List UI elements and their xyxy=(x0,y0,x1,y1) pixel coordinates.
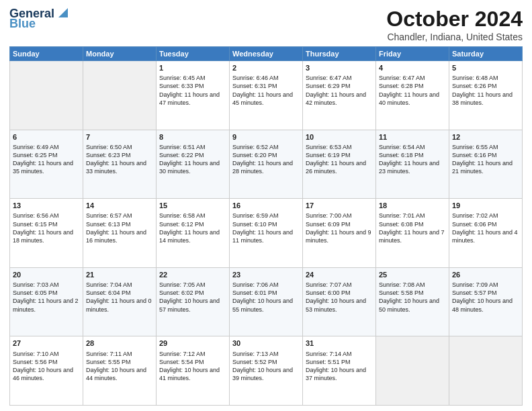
day-number: 7 xyxy=(86,132,153,142)
table-row: 31Sunrise: 7:14 AM Sunset: 5:51 PM Dayli… xyxy=(303,336,376,406)
day-number: 24 xyxy=(306,270,373,279)
day-info: Sunrise: 6:59 AM Sunset: 6:10 PM Dayligh… xyxy=(232,212,300,244)
table-row: 30Sunrise: 7:13 AM Sunset: 5:52 PM Dayli… xyxy=(230,336,303,406)
day-number: 27 xyxy=(13,338,80,348)
day-info: Sunrise: 7:05 AM Sunset: 6:02 PM Dayligh… xyxy=(159,281,226,314)
logo: General Blue xyxy=(9,7,71,31)
day-number: 5 xyxy=(452,63,519,73)
logo-blue: Blue xyxy=(9,17,36,31)
day-info: Sunrise: 7:08 AM Sunset: 5:58 PM Dayligh… xyxy=(379,281,446,314)
table-row: 29Sunrise: 7:12 AM Sunset: 5:54 PM Dayli… xyxy=(157,336,230,406)
day-info: Sunrise: 7:12 AM Sunset: 5:54 PM Dayligh… xyxy=(159,350,226,383)
day-info: Sunrise: 7:04 AM Sunset: 6:04 PM Dayligh… xyxy=(86,281,153,314)
day-number: 3 xyxy=(306,63,373,73)
table-row: 2Sunrise: 6:46 AM Sunset: 6:31 PM Daylig… xyxy=(230,61,303,130)
day-number: 26 xyxy=(452,270,519,279)
table-row: 15Sunrise: 6:58 AM Sunset: 6:12 PM Dayli… xyxy=(157,199,230,268)
table-row: 24Sunrise: 7:07 AM Sunset: 6:00 PM Dayli… xyxy=(303,267,376,336)
day-number: 22 xyxy=(159,270,226,279)
day-number: 11 xyxy=(379,132,446,142)
table-row: 11Sunrise: 6:54 AM Sunset: 6:18 PM Dayli… xyxy=(376,130,449,199)
header-monday: Monday xyxy=(83,47,157,61)
page-subtitle: Chandler, Indiana, United States xyxy=(386,32,523,42)
table-row: 9Sunrise: 6:52 AM Sunset: 6:20 PM Daylig… xyxy=(230,130,303,199)
header-saturday: Saturday xyxy=(449,47,523,61)
table-row: 3Sunrise: 6:47 AM Sunset: 6:29 PM Daylig… xyxy=(303,61,376,130)
table-row: 23Sunrise: 7:06 AM Sunset: 6:01 PM Dayli… xyxy=(230,267,303,336)
day-info: Sunrise: 7:02 AM Sunset: 6:06 PM Dayligh… xyxy=(452,212,519,244)
header-tuesday: Tuesday xyxy=(157,47,230,61)
day-info: Sunrise: 7:13 AM Sunset: 5:52 PM Dayligh… xyxy=(232,350,300,383)
day-number: 19 xyxy=(452,201,519,210)
calendar-week-2: 6Sunrise: 6:49 AM Sunset: 6:25 PM Daylig… xyxy=(10,130,523,199)
day-number: 4 xyxy=(379,63,446,73)
day-number: 17 xyxy=(306,201,373,210)
day-number: 6 xyxy=(13,132,80,142)
day-number: 23 xyxy=(232,270,300,279)
table-row: 16Sunrise: 6:59 AM Sunset: 6:10 PM Dayli… xyxy=(230,199,303,268)
day-info: Sunrise: 6:52 AM Sunset: 6:20 PM Dayligh… xyxy=(232,143,300,176)
day-number: 12 xyxy=(452,132,519,142)
table-row: 13Sunrise: 6:56 AM Sunset: 6:15 PM Dayli… xyxy=(10,199,83,268)
logo-icon xyxy=(56,5,71,20)
day-info: Sunrise: 6:51 AM Sunset: 6:22 PM Dayligh… xyxy=(159,143,226,176)
header: General Blue October 2024 Chandler, Indi… xyxy=(9,7,523,42)
day-info: Sunrise: 6:50 AM Sunset: 6:23 PM Dayligh… xyxy=(86,143,153,176)
day-info: Sunrise: 7:14 AM Sunset: 5:51 PM Dayligh… xyxy=(306,350,373,383)
day-number: 28 xyxy=(86,338,153,348)
header-sunday: Sunday xyxy=(10,47,83,61)
calendar-table: Sunday Monday Tuesday Wednesday Thursday… xyxy=(9,46,523,406)
day-info: Sunrise: 6:45 AM Sunset: 6:33 PM Dayligh… xyxy=(159,74,226,107)
table-row: 27Sunrise: 7:10 AM Sunset: 5:56 PM Dayli… xyxy=(10,336,83,406)
svg-marker-0 xyxy=(58,8,68,17)
table-row: 21Sunrise: 7:04 AM Sunset: 6:04 PM Dayli… xyxy=(83,267,157,336)
day-info: Sunrise: 7:01 AM Sunset: 6:08 PM Dayligh… xyxy=(379,212,446,244)
day-number: 25 xyxy=(379,270,446,279)
table-row: 22Sunrise: 7:05 AM Sunset: 6:02 PM Dayli… xyxy=(157,267,230,336)
calendar-week-1: 1Sunrise: 6:45 AM Sunset: 6:33 PM Daylig… xyxy=(10,61,523,130)
day-number: 31 xyxy=(306,338,373,348)
header-wednesday: Wednesday xyxy=(230,47,303,61)
day-info: Sunrise: 6:58 AM Sunset: 6:12 PM Dayligh… xyxy=(159,212,226,244)
day-info: Sunrise: 6:55 AM Sunset: 6:16 PM Dayligh… xyxy=(452,143,519,176)
main-container: General Blue October 2024 Chandler, Indi… xyxy=(0,0,532,411)
table-row: 1Sunrise: 6:45 AM Sunset: 6:33 PM Daylig… xyxy=(157,61,230,130)
day-number: 29 xyxy=(159,338,226,348)
day-info: Sunrise: 6:47 AM Sunset: 6:28 PM Dayligh… xyxy=(379,74,446,107)
table-row: 5Sunrise: 6:48 AM Sunset: 6:26 PM Daylig… xyxy=(449,61,523,130)
day-info: Sunrise: 7:03 AM Sunset: 6:05 PM Dayligh… xyxy=(13,281,80,314)
table-row: 19Sunrise: 7:02 AM Sunset: 6:06 PM Dayli… xyxy=(449,199,523,268)
day-info: Sunrise: 7:10 AM Sunset: 5:56 PM Dayligh… xyxy=(13,350,80,383)
day-info: Sunrise: 7:06 AM Sunset: 6:01 PM Dayligh… xyxy=(232,281,300,314)
header-friday: Friday xyxy=(376,47,449,61)
day-number: 1 xyxy=(159,63,226,73)
table-row: 14Sunrise: 6:57 AM Sunset: 6:13 PM Dayli… xyxy=(83,199,157,268)
day-number: 30 xyxy=(232,338,300,348)
day-info: Sunrise: 7:00 AM Sunset: 6:09 PM Dayligh… xyxy=(306,212,373,244)
table-row: 17Sunrise: 7:00 AM Sunset: 6:09 PM Dayli… xyxy=(303,199,376,268)
day-number: 13 xyxy=(13,201,80,210)
table-row: 26Sunrise: 7:09 AM Sunset: 5:57 PM Dayli… xyxy=(449,267,523,336)
day-info: Sunrise: 6:54 AM Sunset: 6:18 PM Dayligh… xyxy=(379,143,446,176)
day-info: Sunrise: 7:11 AM Sunset: 5:55 PM Dayligh… xyxy=(86,350,153,383)
day-number: 20 xyxy=(13,270,80,279)
day-number: 21 xyxy=(86,270,153,279)
day-number: 18 xyxy=(379,201,446,210)
table-row: 4Sunrise: 6:47 AM Sunset: 6:28 PM Daylig… xyxy=(376,61,449,130)
calendar-header-row: Sunday Monday Tuesday Wednesday Thursday… xyxy=(10,47,523,61)
table-row: 25Sunrise: 7:08 AM Sunset: 5:58 PM Dayli… xyxy=(376,267,449,336)
day-info: Sunrise: 6:48 AM Sunset: 6:26 PM Dayligh… xyxy=(452,74,519,107)
table-row: 8Sunrise: 6:51 AM Sunset: 6:22 PM Daylig… xyxy=(157,130,230,199)
table-row: 20Sunrise: 7:03 AM Sunset: 6:05 PM Dayli… xyxy=(10,267,83,336)
table-row: 7Sunrise: 6:50 AM Sunset: 6:23 PM Daylig… xyxy=(83,130,157,199)
day-number: 8 xyxy=(159,132,226,142)
calendar-week-4: 20Sunrise: 7:03 AM Sunset: 6:05 PM Dayli… xyxy=(10,267,523,336)
day-info: Sunrise: 6:47 AM Sunset: 6:29 PM Dayligh… xyxy=(306,74,373,107)
table-row: 10Sunrise: 6:53 AM Sunset: 6:19 PM Dayli… xyxy=(303,130,376,199)
day-info: Sunrise: 6:46 AM Sunset: 6:31 PM Dayligh… xyxy=(232,74,300,107)
table-row: 18Sunrise: 7:01 AM Sunset: 6:08 PM Dayli… xyxy=(376,199,449,268)
calendar-week-5: 27Sunrise: 7:10 AM Sunset: 5:56 PM Dayli… xyxy=(10,336,523,406)
table-row xyxy=(449,336,523,406)
day-number: 15 xyxy=(159,201,226,210)
day-number: 9 xyxy=(232,132,300,142)
